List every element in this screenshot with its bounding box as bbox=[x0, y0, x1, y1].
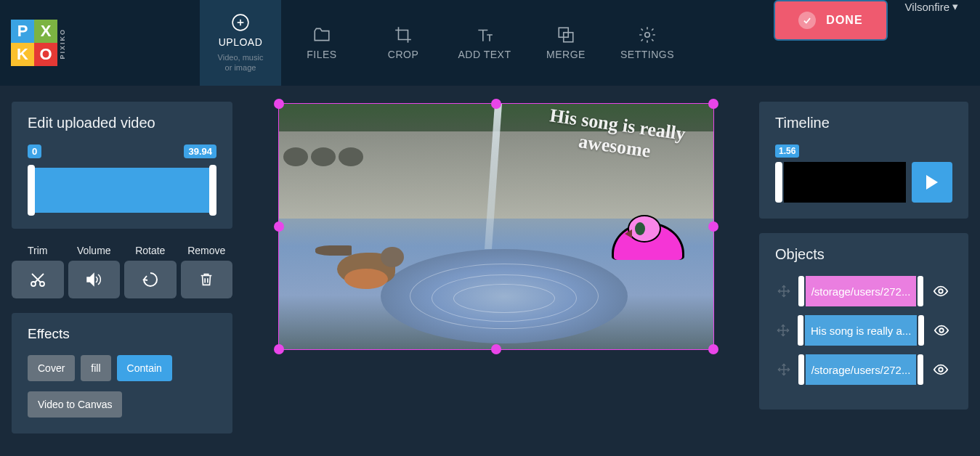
timeline-clip[interactable] bbox=[784, 162, 906, 203]
object-track[interactable]: His song is really a... bbox=[798, 315, 924, 346]
object-row: /storage/users/272... bbox=[775, 354, 952, 385]
rotate-action: Rotate bbox=[124, 245, 177, 298]
object-row: His song is really a... bbox=[775, 315, 952, 346]
range-labels: 0 39.94 bbox=[28, 144, 216, 160]
effect-contain[interactable]: Contain bbox=[117, 355, 172, 381]
app-header: P X K O PIXIKO UPLOAD Video, music or im… bbox=[0, 0, 980, 86]
action-row: Trim Volume Rotate Remove bbox=[12, 245, 232, 298]
visibility-toggle[interactable] bbox=[929, 362, 952, 378]
object-handle-left[interactable] bbox=[798, 354, 804, 385]
selection-handle[interactable] bbox=[491, 344, 501, 354]
timeline-title: Timeline bbox=[775, 115, 952, 131]
text-icon bbox=[475, 25, 494, 44]
effect-video-to-canvas[interactable]: Video to Canvas bbox=[28, 391, 122, 418]
rotate-button[interactable] bbox=[124, 261, 177, 298]
range-handle-end[interactable] bbox=[209, 165, 216, 216]
trash-icon bbox=[198, 272, 214, 288]
selection-handle[interactable] bbox=[708, 344, 718, 354]
caret-down-icon: ▾ bbox=[952, 0, 958, 13]
logo-text: PIXIKO bbox=[59, 28, 66, 60]
object-handle-right[interactable] bbox=[918, 276, 923, 306]
video-preview: His song is really awesome bbox=[279, 104, 713, 349]
object-handle-left[interactable] bbox=[798, 315, 803, 346]
svg-point-15 bbox=[939, 367, 943, 372]
plus-circle-icon bbox=[231, 13, 250, 32]
drag-handle-icon[interactable] bbox=[775, 324, 792, 337]
drag-handle-icon[interactable] bbox=[775, 285, 793, 298]
main-toolbar: UPLOAD Video, music or image FILES CROP … bbox=[200, 0, 688, 86]
effect-cover[interactable]: Cover bbox=[28, 355, 75, 381]
object-label[interactable]: /storage/users/272... bbox=[806, 276, 917, 306]
tool-label: SETTINGS bbox=[620, 49, 674, 60]
objects-card: Objects /storage/users/272... bbox=[759, 233, 968, 410]
visibility-toggle[interactable] bbox=[929, 283, 952, 299]
eye-icon bbox=[934, 322, 949, 338]
bird-subject bbox=[315, 238, 417, 296]
rotate-label: Rotate bbox=[135, 245, 165, 256]
tool-add-text[interactable]: ADD TEXT bbox=[444, 0, 525, 86]
range-handle-start[interactable] bbox=[28, 165, 35, 216]
gear-icon bbox=[638, 25, 657, 44]
tool-upload[interactable]: UPLOAD Video, music or image bbox=[200, 0, 281, 86]
trim-action: Trim bbox=[12, 245, 64, 298]
canvas-frame[interactable]: His song is really awesome bbox=[278, 103, 714, 350]
range-end-label: 39.94 bbox=[184, 144, 216, 158]
logo-icon: P X K O bbox=[11, 20, 57, 66]
object-label[interactable]: His song is really a... bbox=[805, 315, 917, 346]
crop-icon bbox=[394, 25, 413, 44]
object-row: /storage/users/272... bbox=[775, 276, 952, 306]
object-track[interactable]: /storage/users/272... bbox=[798, 354, 924, 385]
volume-button[interactable] bbox=[68, 261, 121, 298]
tool-merge[interactable]: MERGE bbox=[525, 0, 607, 86]
timeline-playhead[interactable] bbox=[775, 162, 782, 203]
timeline-card: Timeline 1.56 bbox=[759, 102, 968, 219]
object-handle-right[interactable] bbox=[918, 315, 924, 346]
object-label[interactable]: /storage/users/272... bbox=[806, 354, 917, 385]
trim-label: Trim bbox=[28, 245, 47, 256]
tool-files[interactable]: FILES bbox=[281, 0, 363, 86]
effect-fill[interactable]: fill bbox=[81, 355, 110, 381]
remove-button[interactable] bbox=[181, 261, 233, 298]
selection-handle[interactable] bbox=[708, 221, 718, 232]
svg-marker-10 bbox=[87, 274, 94, 285]
effects-card: Effects Cover fill Contain Video to Canv… bbox=[12, 313, 232, 433]
done-label: DONE bbox=[826, 14, 862, 27]
play-icon bbox=[926, 175, 938, 190]
tool-crop[interactable]: CROP bbox=[363, 0, 444, 86]
edit-title: Edit uploaded video bbox=[28, 115, 216, 131]
pink-bird-sticker[interactable] bbox=[612, 209, 684, 260]
timeline-body: 1.56 bbox=[775, 162, 952, 203]
trim-range-slider[interactable] bbox=[28, 168, 216, 213]
play-button[interactable] bbox=[912, 162, 952, 203]
done-area: DONE bbox=[774, 0, 904, 41]
object-track[interactable]: /storage/users/272... bbox=[798, 276, 924, 306]
svg-point-14 bbox=[939, 328, 944, 333]
selection-handle[interactable] bbox=[708, 99, 718, 109]
selection-handle[interactable] bbox=[491, 99, 501, 109]
trim-button[interactable] bbox=[12, 261, 64, 298]
svg-point-13 bbox=[939, 289, 943, 293]
visibility-toggle[interactable] bbox=[930, 322, 952, 338]
eye-icon bbox=[933, 362, 949, 378]
logo-area[interactable]: P X K O PIXIKO bbox=[0, 0, 200, 86]
timeline-track[interactable]: 1.56 bbox=[775, 162, 906, 203]
eye-icon bbox=[933, 283, 949, 299]
folder-icon bbox=[312, 25, 331, 44]
tool-label: MERGE bbox=[546, 49, 586, 60]
tool-settings[interactable]: SETTINGS bbox=[607, 0, 688, 86]
tool-sublabel: Video, music or image bbox=[218, 52, 264, 73]
object-handle-left[interactable] bbox=[798, 276, 804, 306]
selection-handle[interactable] bbox=[274, 344, 284, 354]
object-handle-right[interactable] bbox=[918, 354, 923, 385]
check-icon bbox=[798, 12, 816, 29]
user-menu[interactable]: Vilsonfire ▾ bbox=[905, 0, 980, 13]
drag-handle-icon[interactable] bbox=[775, 363, 793, 376]
selection-handle[interactable] bbox=[274, 99, 284, 109]
objects-title: Objects bbox=[775, 246, 952, 263]
tool-label: ADD TEXT bbox=[458, 49, 511, 60]
left-panel: Edit uploaded video 0 39.94 Trim Volume bbox=[0, 86, 244, 456]
rotate-icon bbox=[142, 271, 159, 288]
done-button[interactable]: DONE bbox=[774, 0, 887, 41]
selection-handle[interactable] bbox=[274, 221, 284, 232]
volume-label: Volume bbox=[77, 245, 111, 256]
